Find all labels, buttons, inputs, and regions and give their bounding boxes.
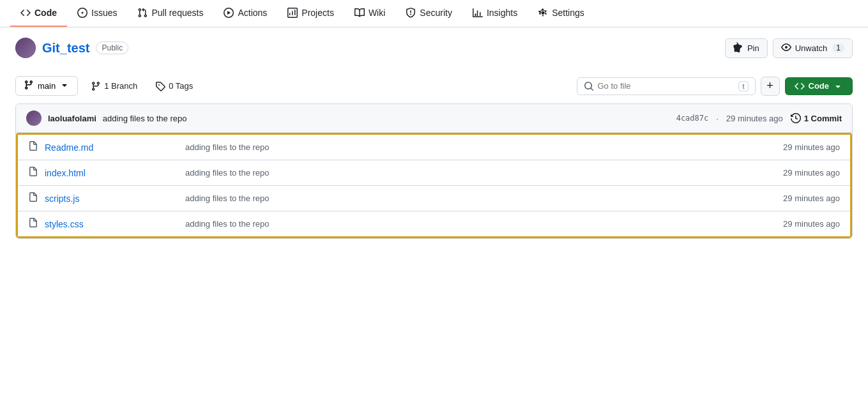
- table-row: Readme.md adding files to the repo 29 mi…: [18, 135, 850, 160]
- nav-actions[interactable]: Actions: [213, 0, 277, 27]
- code-button-icon: [795, 81, 805, 91]
- unwatch-button[interactable]: Unwatch 1: [773, 38, 853, 58]
- go-to-file-search[interactable]: t: [577, 77, 756, 95]
- search-icon: [584, 81, 594, 91]
- insights-icon: [473, 8, 483, 18]
- pin-icon: [733, 42, 743, 54]
- avatar: [15, 38, 36, 58]
- file-commit-message: adding files to the repo: [172, 219, 763, 229]
- search-shortcut: t: [738, 81, 748, 91]
- commit-time-separator: ·: [716, 114, 719, 123]
- file-commit-message: adding files to the repo: [172, 142, 763, 152]
- branch-selector[interactable]: main: [15, 76, 78, 96]
- file-icon: [28, 218, 38, 230]
- unwatch-count: 1: [832, 43, 844, 52]
- visibility-badge: Public: [96, 42, 128, 54]
- file-time: 29 minutes ago: [763, 194, 840, 203]
- file-name[interactable]: Readme.md: [45, 142, 172, 153]
- settings-icon: [538, 8, 548, 18]
- pull-requests-icon: [137, 8, 148, 18]
- commit-message[interactable]: adding files to the repo: [103, 114, 187, 123]
- commit-time: 29 minutes ago: [726, 114, 783, 123]
- table-row: styles.css adding files to the repo 29 m…: [18, 211, 850, 236]
- repo-header: Git_test Public Pin Unwatch 1: [0, 27, 868, 68]
- nav-insights[interactable]: Insights: [462, 0, 528, 27]
- code-button[interactable]: Code: [785, 77, 853, 95]
- file-icon: [28, 192, 38, 204]
- file-commit-message: adding files to the repo: [172, 194, 763, 203]
- nav-security[interactable]: Security: [395, 0, 462, 27]
- file-table: laoluafolami adding files to the repo 4c…: [15, 103, 853, 239]
- commit-info-left: laoluafolami adding files to the repo: [26, 110, 187, 126]
- commit-avatar: [26, 110, 42, 126]
- branch-left: main 1 Branch 0 Tags: [15, 76, 198, 96]
- nav-settings[interactable]: Settings: [528, 0, 595, 27]
- issues-icon: [77, 8, 88, 18]
- file-name[interactable]: index.html: [45, 168, 172, 178]
- pin-button[interactable]: Pin: [725, 38, 768, 58]
- commit-row: laoluafolami adding files to the repo 4c…: [16, 104, 852, 133]
- projects-icon: [287, 8, 298, 18]
- branch-count[interactable]: 1 Branch: [86, 79, 142, 94]
- repo-title-section: Git_test Public: [15, 38, 128, 58]
- top-nav: Code Issues Pull requests Actions: [0, 0, 868, 27]
- actions-icon: [224, 8, 234, 18]
- file-name[interactable]: scripts.js: [45, 194, 172, 204]
- code-icon: [20, 8, 31, 18]
- branch-bar: main 1 Branch 0 Tags t: [0, 68, 868, 103]
- wiki-icon: [354, 8, 365, 18]
- nav-issues[interactable]: Issues: [67, 0, 127, 27]
- file-list: Readme.md adding files to the repo 29 mi…: [16, 133, 852, 238]
- branch-right: t + Code: [577, 77, 853, 96]
- repo-actions: Pin Unwatch 1: [725, 38, 853, 58]
- commit-info-right: 4cad87c · 29 minutes ago 1 Commit: [676, 113, 842, 123]
- file-icon: [28, 167, 38, 179]
- table-row: scripts.js adding files to the repo 29 m…: [18, 186, 850, 211]
- file-name[interactable]: styles.css: [45, 219, 172, 229]
- file-time: 29 minutes ago: [763, 168, 840, 178]
- search-input[interactable]: [598, 81, 735, 91]
- history-icon: [791, 113, 801, 123]
- file-time: 29 minutes ago: [763, 142, 840, 152]
- branch-icon: [24, 80, 34, 92]
- nav-projects[interactable]: Projects: [277, 0, 344, 27]
- tag-count[interactable]: 0 Tags: [150, 79, 198, 94]
- add-file-button[interactable]: +: [761, 77, 780, 96]
- security-icon: [406, 8, 416, 18]
- file-time: 29 minutes ago: [763, 219, 840, 229]
- repo-name[interactable]: Git_test: [42, 41, 89, 56]
- chevron-down-icon: [59, 80, 70, 92]
- nav-code[interactable]: Code: [10, 0, 67, 27]
- commit-hash[interactable]: 4cad87c: [676, 114, 709, 123]
- nav-pull-requests[interactable]: Pull requests: [127, 0, 213, 27]
- commit-link[interactable]: 1 Commit: [791, 113, 842, 123]
- eye-icon: [781, 42, 791, 54]
- file-icon: [28, 141, 38, 153]
- commit-author[interactable]: laoluafolami: [48, 114, 96, 123]
- file-commit-message: adding files to the repo: [172, 168, 763, 178]
- table-row: index.html adding files to the repo 29 m…: [18, 160, 850, 186]
- nav-wiki[interactable]: Wiki: [344, 0, 395, 27]
- code-dropdown-icon: [833, 81, 843, 91]
